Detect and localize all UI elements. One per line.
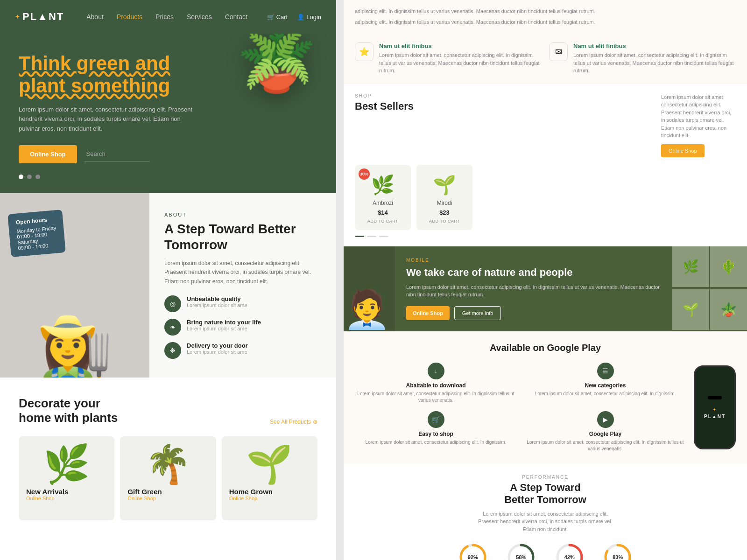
app-feature-icon-3: 🛒 — [428, 411, 444, 428]
app-features: ↓ Abaitable to download Lorem ipsum dolo… — [355, 363, 686, 452]
services-grid: ⭐ Nam ut elit finibus Lorem ipsum dolor … — [355, 42, 736, 75]
see-all-link[interactable]: See All Products ⊕ — [270, 419, 317, 425]
app-feature-title-4: Google Play — [524, 431, 686, 437]
app-section: Available on Google Play ↓ Abaitable to … — [344, 331, 747, 463]
app-feature-desc-1: Lorem ipsum dolor sit amet, consectetur … — [355, 391, 517, 404]
performance-title: A Step Toward Better Tomorrow — [355, 482, 736, 506]
plant-emoji-1: 🌿 — [43, 446, 90, 483]
dot-1[interactable] — [19, 175, 23, 179]
about-image: Open hours Monday to Friday 07:00 - 18:0… — [0, 193, 149, 378]
nature-images-grid: 🌿 🌵 🌱 🪴 — [672, 246, 747, 331]
service-icon-1: ⭐ — [355, 42, 374, 61]
nature-content: MOBILE We take care of nature and people… — [395, 246, 672, 331]
bestseller-name-1: Ambrozi — [360, 200, 405, 206]
hero-content: Think green and plant something Lorem ip… — [19, 52, 196, 179]
feature-3: ❋ Delivery to your door Lorem ipsum dolo… — [164, 342, 321, 359]
bestsellers-title: Best Sellers — [355, 100, 414, 112]
service-desc-1: Lorem ipsum dolor sit amet, consectetur … — [379, 51, 542, 75]
circle-item-2: 58% Nam ut elit finibus — [501, 542, 542, 560]
login-button[interactable]: 👤 Login — [297, 14, 321, 21]
hero-description: Lorem ipsum dolor sit amet, consectetur … — [19, 105, 196, 134]
app-feature-2: ☰ New categories Lorem ipsum dolor sit a… — [524, 363, 686, 404]
bestsellers-header: SHOP Best Sellers Lorem ipsum dolor sit … — [355, 93, 736, 157]
app-feature-title-2: New categories — [524, 382, 686, 389]
service-item-1: ⭐ Nam ut elit finibus Lorem ipsum dolor … — [355, 42, 542, 75]
nav-products[interactable]: Products — [117, 13, 142, 21]
circle-wrap-3: 42% — [555, 542, 585, 560]
circle-item-3: 42% Nam ut elit finibus — [549, 542, 590, 560]
bestseller-plant-2: 🌱 — [422, 174, 467, 196]
phone-logo-icon: ✦ — [712, 407, 717, 412]
product-card-3[interactable]: 🌱 Home Grown Online Shop — [222, 436, 317, 520]
app-layout: ↓ Abaitable to download Lorem ipsum dolo… — [355, 363, 736, 452]
app-title: Available on Google Play — [355, 343, 736, 353]
about-section: Open hours Monday to Friday 07:00 - 18:0… — [0, 193, 336, 378]
bestsellers-cta[interactable]: Online Shop — [661, 144, 705, 157]
hero-title: Think green and plant something — [19, 52, 196, 98]
about-title: A Step Toward Better Tomorrow — [164, 221, 321, 252]
left-panel: ✦ PL▲NT About Products Prices Services C… — [0, 0, 336, 560]
nature-info-button[interactable]: Get more info — [454, 306, 501, 320]
hero-plant-image: 🪴 — [215, 34, 317, 160]
dot-3[interactable] — [35, 175, 40, 179]
performance-label: PERFORMANCE — [355, 475, 736, 480]
online-shop-button[interactable]: Online Shop — [19, 145, 77, 163]
add-to-cart-2[interactable]: ADD TO CART — [429, 219, 460, 224]
dot-2[interactable] — [27, 175, 32, 179]
about-description: Lorem ipsum dolor sit amet, consectetur … — [164, 259, 321, 286]
bestseller-product-1[interactable]: 30% 🌿 Ambrozi $14 ADD TO CART — [355, 165, 411, 230]
progress-circles: 92% Nam ut elit finibus 58% Nam ut elit … — [355, 542, 736, 560]
nav-services[interactable]: Services — [187, 13, 212, 21]
hero-dots — [19, 175, 196, 179]
phone-mockup: ✦ PL▲NT — [694, 365, 736, 449]
progress-dots — [355, 236, 736, 237]
app-feature-1: ↓ Abaitable to download Lorem ipsum dolo… — [355, 363, 517, 404]
bestsellers-section: SHOP Best Sellers Lorem ipsum dolor sit … — [344, 84, 747, 246]
cart-button[interactable]: 🛒 Cart — [267, 14, 288, 21]
login-icon: 👤 — [297, 14, 304, 21]
logo-text: PL▲NT — [22, 11, 64, 23]
feature-icon-1: ◎ — [164, 295, 181, 312]
open-hours-sign: Open hours Monday to Friday 07:00 - 18:0… — [7, 210, 66, 257]
service-desc-2: Lorem ipsum dolor sit amet, consectetur … — [573, 51, 736, 75]
app-feature-4: ▶ Google Play Lorem ipsum dolor sit amet… — [524, 411, 686, 452]
nature-person-photo: 🧑‍💼 — [344, 246, 395, 331]
phone-notch — [708, 396, 722, 399]
bestseller-product-2[interactable]: 🌱 Mirodi $23 ADD TO CART — [416, 165, 472, 230]
nature-img-4: 🪴 — [710, 289, 747, 330]
product-card-1[interactable]: 🌿 New Arrivals Online Shop — [19, 436, 114, 520]
app-feature-title-3: Easy to shop — [355, 431, 517, 437]
nav-prices[interactable]: Prices — [155, 13, 174, 21]
bestsellers-desc: Lorem ipsum dolor sit amet, consectetur … — [661, 93, 736, 140]
nav-contact[interactable]: Contact — [225, 13, 247, 21]
product-card-2[interactable]: 🌴 Gift Green Online Shop — [120, 436, 216, 520]
search-input[interactable] — [85, 147, 150, 161]
add-to-cart-1[interactable]: ADD TO CART — [367, 219, 398, 224]
products-title: Decorate your home with plants — [19, 396, 118, 425]
bestsellers-label: SHOP — [355, 93, 414, 98]
right-panel: adipiscing elit. In dignissim tellus ut … — [344, 0, 747, 560]
logo: ✦ PL▲NT — [15, 11, 64, 23]
shop-link-2[interactable]: Online Shop — [127, 496, 156, 501]
bestseller-price-1: $14 — [360, 209, 405, 216]
feature-icon-3: ❋ — [164, 342, 181, 359]
about-content: ABOUT A Step Toward Better Tomorrow Lore… — [149, 193, 336, 378]
service-title-1: Nam ut elit finibus — [379, 42, 542, 49]
shop-link-3[interactable]: Online Shop — [229, 496, 258, 501]
nav-links: About Products Prices Services Contact — [86, 13, 267, 21]
nav-about[interactable]: About — [86, 13, 104, 21]
circle-label-2: 58% — [516, 554, 526, 560]
app-feature-3: 🛒 Easy to shop Lorem ipsum dolor sit ame… — [355, 411, 517, 452]
top-lorem-section: adipiscing elit. In dignissim tellus ut … — [344, 0, 747, 33]
performance-description: Lorem ipsum dolor sit amet, consectetur … — [475, 510, 615, 533]
app-feature-icon-1: ↓ — [428, 363, 444, 379]
circle-item-1: 92% Nam ut elit finibus — [452, 542, 493, 560]
shop-link-1[interactable]: Online Shop — [26, 496, 55, 501]
service-title-2: Nam ut elit finibus — [573, 42, 736, 49]
hero-section: Think green and plant something Lorem ip… — [0, 34, 336, 193]
feature-2: ❧ Bring nature into your life Lorem ipsu… — [164, 319, 321, 336]
app-feature-desc-3: Lorem ipsum dolor sit amet, consectetur … — [355, 439, 517, 446]
nature-shop-button[interactable]: Online Shop — [406, 306, 450, 320]
person-illustration: 👩‍🌾 — [37, 317, 113, 378]
circle-label-3: 42% — [564, 554, 575, 560]
